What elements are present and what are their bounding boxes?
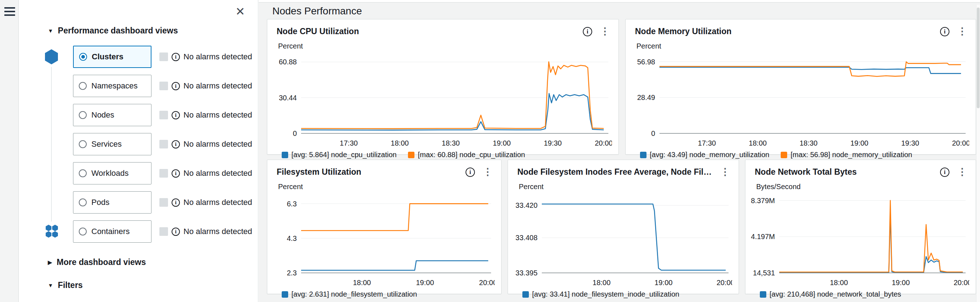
close-icon[interactable]: ✕ (235, 6, 245, 17)
legend-swatch-icon (760, 291, 766, 298)
line-chart[interactable]: 6.34.32.318:0019:0020:00 (270, 192, 495, 289)
legend-entry[interactable]: [avg: 2.631] node_filesystem_utilization (282, 290, 417, 299)
kebab-menu-icon[interactable]: ⋮ (600, 27, 610, 36)
chart-card-filesystem-utilization: Filesystem Utilization i ⋮ Percent 6.34.… (267, 160, 501, 294)
view-option-label: Containers (91, 227, 129, 236)
info-icon[interactable]: i (583, 27, 592, 36)
alarm-color-swatch (159, 227, 168, 236)
svg-text:20:00: 20:00 (954, 279, 969, 286)
axis-unit-label: Percent (508, 177, 738, 191)
legend-swatch-icon (522, 291, 529, 298)
scrollbar-thumb[interactable] (977, 8, 980, 108)
svg-text:20:00: 20:00 (595, 139, 612, 147)
info-icon: i (172, 227, 180, 236)
chart-legend: [avg: 33.41] node_filesystem_inode_utili… (508, 289, 738, 302)
svg-text:20:00: 20:00 (952, 139, 969, 147)
line-chart[interactable]: 60.8830.44017:3018:0018:3019:0019:3020:0… (270, 51, 612, 150)
line-chart[interactable]: 8.379M4.197M14,53118:0019:0020:00 (748, 192, 969, 289)
kebab-menu-icon[interactable]: ⋮ (957, 27, 967, 36)
section-performance-dashboard-views[interactable]: ▼ Performance dashboard views (48, 26, 178, 36)
legend-label: [max: 56.98] node_memory_utilization (791, 151, 912, 159)
nav-rail (0, 0, 19, 302)
chart-title: Node Filesystem Inodes Free Average, Nod… (517, 167, 715, 177)
view-option-pods[interactable]: Pods (73, 191, 151, 213)
hamburger-menu-icon[interactable] (4, 7, 15, 16)
svg-text:18:00: 18:00 (353, 279, 371, 286)
radio-icon (79, 227, 87, 235)
alarm-text: No alarms detected (183, 81, 252, 91)
legend-swatch-icon (640, 152, 646, 158)
info-icon[interactable]: i (940, 27, 950, 36)
chart-title: Filesystem Utilization (277, 167, 460, 177)
chart-legend: [avg: 210,468] node_network_total_bytes[… (745, 289, 976, 302)
section-title: Filters (58, 280, 83, 290)
svg-text:33.408: 33.408 (515, 234, 538, 242)
section-more-dashboard-views[interactable]: ▶ More dashboard views (48, 257, 146, 267)
section-filters[interactable]: ▼ Filters (48, 280, 83, 290)
alarm-color-swatch (159, 140, 168, 148)
legend-entry[interactable]: [avg: 43.49] node_memory_utilization (640, 151, 769, 159)
svg-text:30.44: 30.44 (279, 94, 297, 102)
chevron-down-icon: ▼ (48, 282, 53, 288)
legend-swatch-icon (781, 152, 787, 158)
view-option-services[interactable]: Services (73, 133, 151, 155)
view-row-containers: Containers i No alarms detected (73, 220, 252, 243)
dashboard-view-list: Clusters i No alarms detected Namespaces… (73, 46, 252, 243)
alarm-text: No alarms detected (183, 52, 252, 62)
alarm-status: i No alarms detected (159, 198, 252, 207)
kebab-menu-icon[interactable]: ⋮ (483, 167, 493, 177)
view-option-namespaces[interactable]: Namespaces (73, 75, 151, 97)
vertical-scrollbar[interactable] (976, 5, 980, 302)
view-option-workloads[interactable]: Workloads (73, 162, 151, 184)
view-option-label: Namespaces (91, 81, 137, 91)
svg-text:18:00: 18:00 (830, 279, 848, 286)
alarm-text: No alarms detected (183, 140, 252, 149)
legend-entry[interactable]: [avg: 33.41] node_filesystem_inode_utili… (522, 290, 679, 299)
legend-entry[interactable]: [avg: 210,468] node_network_total_bytes (760, 290, 901, 299)
legend-label: [avg: 210,468] node_network_total_bytes (770, 290, 901, 299)
svg-text:33.395: 33.395 (515, 269, 538, 277)
svg-text:4.3: 4.3 (287, 234, 297, 242)
svg-text:20:00: 20:00 (717, 279, 732, 286)
svg-text:33.420: 33.420 (515, 201, 538, 209)
svg-text:2.3: 2.3 (287, 269, 297, 277)
view-option-label: Workloads (91, 168, 129, 178)
svg-text:18:00: 18:00 (391, 139, 409, 147)
view-option-containers[interactable]: Containers (73, 220, 151, 243)
svg-text:19:30: 19:30 (901, 139, 919, 147)
kebab-menu-icon[interactable]: ⋮ (957, 167, 967, 177)
chart-card-node-network-total-bytes: Node Network Total Bytes i ⋮ Bytes/Secon… (745, 160, 976, 294)
alarm-status: i No alarms detected (159, 110, 252, 120)
svg-text:17:30: 17:30 (340, 139, 358, 147)
view-option-nodes[interactable]: Nodes (73, 104, 151, 126)
kebab-menu-icon[interactable]: ⋮ (720, 167, 730, 177)
info-icon: i (172, 82, 180, 90)
svg-text:18:00: 18:00 (593, 279, 611, 286)
legend-swatch-icon (282, 291, 288, 298)
axis-unit-label: Percent (267, 36, 619, 50)
svg-text:6.3: 6.3 (287, 200, 297, 208)
legend-entry[interactable]: [max: 56.98] node_memory_utilization (781, 151, 912, 159)
axis-unit-label: Percent (267, 177, 501, 191)
chart-title: Node Network Total Bytes (755, 167, 935, 177)
view-option-clusters[interactable]: Clusters (73, 46, 151, 68)
alarm-status: i No alarms detected (159, 52, 252, 62)
svg-text:19:00: 19:00 (654, 279, 672, 286)
chart-title: Node Memory Utilization (635, 27, 935, 36)
alarm-status: i No alarms detected (159, 140, 252, 149)
axis-unit-label: Bytes/Second (745, 177, 976, 191)
svg-text:19:00: 19:00 (493, 139, 511, 147)
alarm-text: No alarms detected (183, 110, 252, 120)
legend-entry[interactable]: [max: 60.88] node_cpu_utilization (408, 151, 525, 159)
line-chart[interactable]: 33.42033.40833.39518:0019:0020:00 (511, 192, 732, 289)
legend-entry[interactable]: [avg: 5.864] node_cpu_utilization (282, 151, 396, 159)
cluster-hexagon-icon (44, 49, 59, 66)
section-title: More dashboard views (57, 257, 146, 267)
view-row-nodes: Nodes i No alarms detected (73, 104, 252, 126)
info-icon[interactable]: i (940, 167, 950, 177)
alarm-status: i No alarms detected (159, 227, 252, 236)
svg-text:19:00: 19:00 (892, 279, 910, 286)
alarm-color-swatch (159, 82, 168, 90)
line-chart[interactable]: 56.9828.49017:3018:0018:3019:0019:3020:0… (628, 51, 969, 150)
info-icon[interactable]: i (466, 167, 475, 177)
